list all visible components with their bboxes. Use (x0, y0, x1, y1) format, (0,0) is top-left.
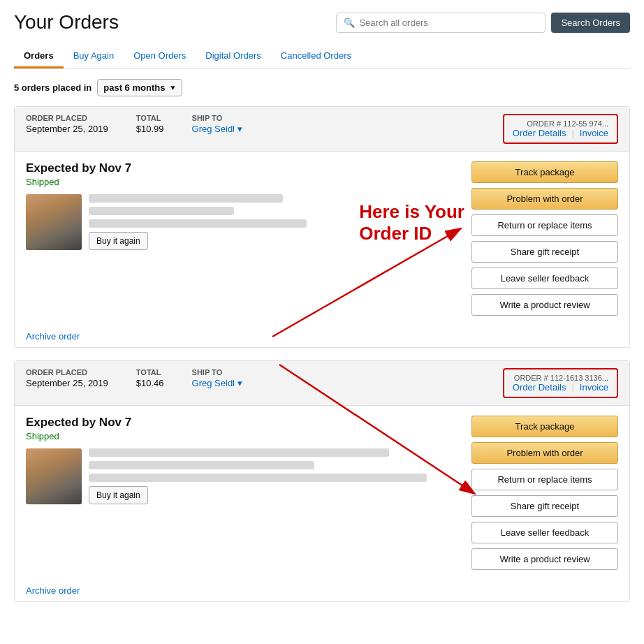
filter-selected-value: past 6 months (103, 82, 165, 93)
tab-digital-orders[interactable]: Digital Orders (196, 45, 270, 68)
order-placed-col: ORDER PLACED September 25, 2019 (26, 114, 108, 134)
order-id-links-1: Order Details | Invoice (513, 128, 608, 138)
return-replace-button-2[interactable]: Return or replace items (471, 469, 618, 490)
annotation-text-1: Here is Your Order ID (359, 201, 464, 244)
order-total-value-2: $10.46 (136, 378, 164, 388)
tab-buy-again[interactable]: Buy Again (64, 45, 124, 68)
order-placed-label-2: ORDER PLACED (26, 368, 108, 376)
problem-with-order-button-1[interactable]: Problem with order (471, 188, 618, 210)
order-ship-col: SHIP TO Greg Seidl ▾ (192, 114, 242, 134)
product-image-1 (26, 194, 82, 250)
product-info-2: Buy it again (89, 448, 464, 504)
product-title-bar-5 (89, 461, 314, 469)
track-package-button-1[interactable]: Track package (471, 161, 618, 183)
product-row-1: Buy it again Here is Your Order ID (26, 194, 464, 250)
shipped-status-2: Shipped (26, 431, 464, 441)
problem-with-order-button-2[interactable]: Problem with order (471, 442, 618, 464)
pipe-divider: | (571, 128, 573, 138)
time-filter-dropdown[interactable]: past 6 months ▼ (97, 79, 182, 96)
order-total-value: $10.99 (136, 124, 164, 134)
order-body-1: Expected by Nov 7 Shipped Buy it again H… (15, 152, 629, 325)
order-placed-label: ORDER PLACED (26, 114, 108, 122)
product-title-bar-3 (89, 219, 307, 228)
expected-label-2: Expected by Nov 7 (26, 416, 464, 430)
archive-order-link-1[interactable]: Archive order (26, 331, 80, 342)
search-orders-button[interactable]: Search Orders (551, 13, 630, 33)
order-total-col: TOTAL $10.99 (136, 114, 164, 134)
leave-seller-feedback-button-1[interactable]: Leave seller feedback (471, 268, 618, 289)
share-gift-receipt-button-2[interactable]: Share gift receipt (471, 495, 618, 517)
tab-cancelled-orders[interactable]: Cancelled Orders (271, 45, 361, 68)
invoice-link-1[interactable]: Invoice (580, 128, 608, 138)
order-total-label-2: TOTAL (136, 368, 164, 376)
orders-container: ORDER PLACED September 25, 2019 TOTAL $1… (14, 106, 630, 602)
order-block-2: ORDER PLACED September 25, 2019 TOTAL $1… (14, 360, 630, 602)
order-id-box-2: ORDER # 112-1613 3136... Order Details |… (503, 368, 618, 398)
order-left-1: Expected by Nov 7 Shipped Buy it again H… (26, 161, 464, 316)
write-product-review-button-1[interactable]: Write a product review (471, 294, 618, 316)
order-total-col-2: TOTAL $10.46 (136, 368, 164, 388)
product-row-2: Buy it again (26, 448, 464, 504)
order-ship-label: SHIP TO (192, 114, 242, 122)
product-title-bar-1 (89, 194, 283, 203)
product-title-bar-4 (89, 448, 389, 457)
pipe-divider-2: | (571, 382, 573, 393)
shipped-status-1: Shipped (26, 177, 464, 187)
order-placed-col-2: ORDER PLACED September 25, 2019 (26, 368, 108, 388)
order-details-link-2[interactable]: Order Details (513, 382, 566, 393)
order-placed-date: September 25, 2019 (26, 124, 108, 134)
order-body-2: Expected by Nov 7 Shipped Buy it again (15, 406, 629, 580)
order-id-box-1: ORDER # 112-55 974... Order Details | In… (503, 114, 618, 144)
search-input[interactable] (359, 17, 538, 28)
order-actions-1: Track package Problem with order Return … (471, 161, 618, 316)
share-gift-receipt-button-1[interactable]: Share gift receipt (471, 241, 618, 263)
archive-row-2: Archive order (15, 580, 629, 601)
search-icon: 🔍 (344, 17, 355, 28)
product-title-bar-6 (89, 474, 427, 482)
order-ship-col-2: SHIP TO Greg Seidl ▾ (192, 368, 242, 388)
order-id-links-2: Order Details | Invoice (513, 382, 608, 393)
chevron-down-icon: ▼ (169, 84, 176, 92)
order-total-label: TOTAL (136, 114, 164, 122)
product-title-bar-2 (89, 207, 234, 215)
archive-order-link-2[interactable]: Archive order (26, 585, 80, 596)
order-id-label-1: ORDER # 112-55 974... (513, 119, 608, 128)
order-header-1: ORDER PLACED September 25, 2019 TOTAL $1… (15, 107, 629, 152)
filter-row: 5 orders placed in past 6 months ▼ (14, 79, 630, 96)
order-header-2: ORDER PLACED September 25, 2019 TOTAL $1… (15, 361, 629, 406)
order-details-link-1[interactable]: Order Details (513, 128, 566, 138)
archive-row-1: Archive order (15, 325, 629, 347)
expected-label-1: Expected by Nov 7 (26, 161, 464, 175)
search-box: 🔍 (336, 13, 546, 33)
order-ship-label-2: SHIP TO (192, 368, 242, 376)
buy-again-button-2[interactable]: Buy it again (89, 486, 148, 504)
order-left-2: Expected by Nov 7 Shipped Buy it again (26, 416, 464, 570)
write-product-review-button-2[interactable]: Write a product review (471, 548, 618, 570)
order-actions-2: Track package Problem with order Return … (471, 416, 618, 570)
buy-again-button-1[interactable]: Buy it again (89, 232, 148, 250)
leave-seller-feedback-button-2[interactable]: Leave seller feedback (471, 522, 618, 543)
orders-count-label: 5 orders placed in (14, 82, 92, 93)
order-block-1: ORDER PLACED September 25, 2019 TOTAL $1… (14, 106, 630, 348)
invoice-link-2[interactable]: Invoice (580, 382, 608, 393)
order-id-label-2: ORDER # 112-1613 3136... (513, 374, 608, 382)
product-info-1: Buy it again (89, 194, 331, 250)
product-image-2 (26, 448, 82, 504)
tabs-nav: Orders Buy Again Open Orders Digital Ord… (14, 45, 630, 69)
order-ship-link-2[interactable]: Greg Seidl ▾ (192, 378, 242, 388)
tab-orders[interactable]: Orders (14, 45, 64, 68)
tab-open-orders[interactable]: Open Orders (124, 45, 196, 68)
order-ship-link[interactable]: Greg Seidl ▾ (192, 124, 242, 134)
track-package-button-2[interactable]: Track package (471, 416, 618, 437)
search-area: 🔍 Search Orders (336, 13, 630, 33)
page-header: Your Orders 🔍 Search Orders (14, 11, 630, 34)
page-title: Your Orders (14, 11, 119, 34)
order-placed-date-2: September 25, 2019 (26, 378, 108, 388)
return-replace-button-1[interactable]: Return or replace items (471, 214, 618, 236)
